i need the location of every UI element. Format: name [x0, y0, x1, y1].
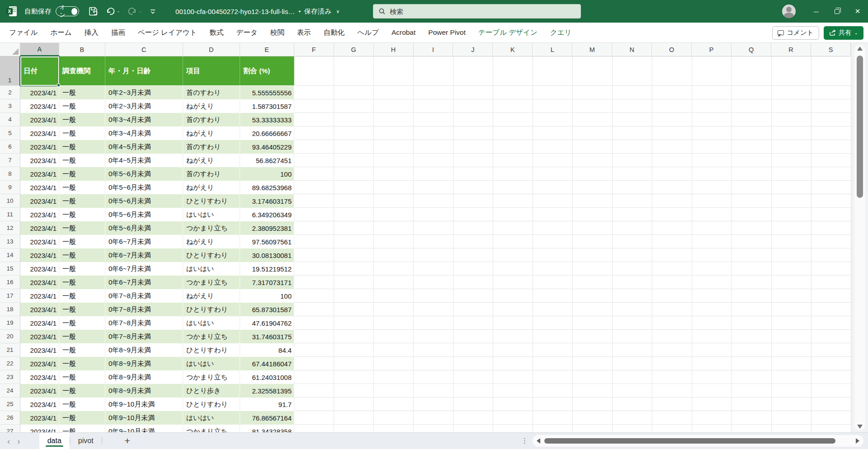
cell-A9[interactable]: 2023/4/1 [20, 181, 59, 194]
cell-A5[interactable]: 2023/4/1 [20, 126, 59, 140]
empty-cells-row-26[interactable] [294, 411, 851, 425]
row-header-11[interactable]: 11 [0, 208, 20, 221]
cell-E2[interactable]: 5.555555556 [240, 86, 294, 99]
row-header-3[interactable]: 3 [0, 99, 20, 113]
ribbon-tab-11[interactable]: Acrobat [385, 23, 422, 43]
column-header-L[interactable]: L [533, 43, 572, 56]
cell-B22[interactable]: 一般 [59, 357, 105, 370]
redo-icon[interactable]: ⌄ [127, 6, 142, 16]
comments-button[interactable]: コメント [772, 26, 819, 40]
row-header-9[interactable]: 9 [0, 181, 20, 194]
minimize-button[interactable]: ─ [806, 0, 826, 23]
column-header-E[interactable]: E [240, 43, 294, 56]
cell-A8[interactable]: 2023/4/1 [20, 167, 59, 181]
cell-E11[interactable]: 6.349206349 [240, 208, 294, 221]
column-header-O[interactable]: O [652, 43, 692, 56]
row-header-19[interactable]: 19 [0, 316, 20, 330]
cell-B26[interactable]: 一般 [59, 411, 105, 425]
column-header-S[interactable]: S [811, 43, 851, 56]
empty-cells-row-19[interactable] [294, 316, 851, 330]
cell-C4[interactable]: 0年3~4月未満 [105, 113, 183, 126]
sheet-nav-left-icon[interactable]: ‹ [7, 437, 10, 445]
cell-C6[interactable]: 0年4~5月未満 [105, 140, 183, 154]
row-header-21[interactable]: 21 [0, 343, 20, 357]
cell-D10[interactable]: ひとりすわり [183, 194, 240, 208]
cell-C2[interactable]: 0年2~3月未満 [105, 86, 183, 99]
cell-D26[interactable]: はいはい [183, 411, 240, 425]
column-header-H[interactable]: H [374, 43, 414, 56]
cell-C17[interactable]: 0年7~8月未満 [105, 289, 183, 303]
cell-C14[interactable]: 0年6~7月未満 [105, 248, 183, 262]
cell-B20[interactable]: 一般 [59, 330, 105, 343]
cell-D1[interactable]: 項目 [183, 56, 240, 86]
cell-E22[interactable]: 67.44186047 [240, 357, 294, 370]
empty-cells-row-27[interactable] [294, 425, 851, 432]
cell-D12[interactable]: つかまり立ち [183, 221, 240, 235]
column-header-G[interactable]: G [334, 43, 374, 56]
cell-B7[interactable]: 一般 [59, 154, 105, 167]
cell-B12[interactable]: 一般 [59, 221, 105, 235]
cell-B2[interactable]: 一般 [59, 86, 105, 99]
ribbon-tab-0[interactable]: ファイル [3, 23, 44, 43]
cell-A2[interactable]: 2023/4/1 [20, 86, 59, 99]
cell-C10[interactable]: 0年5~6月未満 [105, 194, 183, 208]
column-header-R[interactable]: R [771, 43, 811, 56]
share-chevron-down-icon[interactable]: ⌄ [854, 30, 858, 35]
row-header-14[interactable]: 14 [0, 248, 20, 262]
cell-E27[interactable]: 81.34328358 [240, 425, 294, 432]
cell-B23[interactable]: 一般 [59, 370, 105, 384]
ribbon-tab-12[interactable]: Power Pivot [422, 23, 472, 43]
empty-cells-row-25[interactable] [294, 398, 851, 411]
cell-C9[interactable]: 0年5~6月未満 [105, 181, 183, 194]
cell-C3[interactable]: 0年2~3月未満 [105, 99, 183, 113]
ribbon-tab-6[interactable]: データ [230, 23, 264, 43]
cell-E6[interactable]: 93.46405229 [240, 140, 294, 154]
empty-cells-row-9[interactable] [294, 181, 851, 194]
row-header-7[interactable]: 7 [0, 154, 20, 167]
cell-E9[interactable]: 89.68253968 [240, 181, 294, 194]
ribbon-tab-10[interactable]: ヘルプ [351, 23, 385, 43]
cell-E7[interactable]: 56.8627451 [240, 154, 294, 167]
excel-app-icon[interactable]: X [5, 5, 18, 18]
row-header-22[interactable]: 22 [0, 357, 20, 370]
empty-cells-row-21[interactable] [294, 343, 851, 357]
cell-C21[interactable]: 0年8~9月未満 [105, 343, 183, 357]
empty-cells-row-6[interactable] [294, 140, 851, 154]
cell-C19[interactable]: 0年7~8月未満 [105, 316, 183, 330]
cell-A16[interactable]: 2023/4/1 [20, 276, 59, 289]
cell-E12[interactable]: 2.380952381 [240, 221, 294, 235]
cell-D5[interactable]: ねがえり [183, 126, 240, 140]
cell-B16[interactable]: 一般 [59, 276, 105, 289]
column-header-M[interactable]: M [572, 43, 612, 56]
cell-C24[interactable]: 0年8~9月未満 [105, 384, 183, 398]
cell-A27[interactable]: 2023/4/1 [20, 425, 59, 432]
cell-D3[interactable]: ねがえり [183, 99, 240, 113]
cell-E19[interactable]: 47.61904762 [240, 316, 294, 330]
row-header-26[interactable]: 26 [0, 411, 20, 425]
column-header-C[interactable]: C [105, 43, 183, 56]
close-button[interactable]: ✕ [847, 0, 868, 23]
add-sheet-button[interactable]: + [118, 435, 137, 446]
cell-D16[interactable]: つかまり立ち [183, 276, 240, 289]
cell-D25[interactable]: ひとりすわり [183, 398, 240, 411]
cell-A19[interactable]: 2023/4/1 [20, 316, 59, 330]
ribbon-tab-13[interactable]: テーブル デザイン [472, 23, 544, 43]
vertical-scroll-thumb[interactable] [857, 56, 863, 198]
column-header-B[interactable]: B [59, 43, 105, 56]
cell-B27[interactable]: 一般 [59, 425, 105, 432]
column-header-F[interactable]: F [294, 43, 334, 56]
cell-C12[interactable]: 0年5~6月未満 [105, 221, 183, 235]
scroll-right-icon[interactable] [856, 438, 859, 444]
column-header-K[interactable]: K [493, 43, 533, 56]
cell-A25[interactable]: 2023/4/1 [20, 398, 59, 411]
ribbon-tab-7[interactable]: 校閲 [264, 23, 291, 43]
cell-B11[interactable]: 一般 [59, 208, 105, 221]
empty-cells-row-18[interactable] [294, 303, 851, 316]
empty-cells-row-10[interactable] [294, 194, 851, 208]
cell-A14[interactable]: 2023/4/1 [20, 248, 59, 262]
cell-B21[interactable]: 一般 [59, 343, 105, 357]
cell-D20[interactable]: つかまり立ち [183, 330, 240, 343]
ribbon-tab-1[interactable]: ホーム [44, 23, 78, 43]
title-chevron-down-icon[interactable]: ∨ [336, 9, 340, 14]
tab-splitter-handle[interactable]: ⋮ [521, 437, 528, 445]
